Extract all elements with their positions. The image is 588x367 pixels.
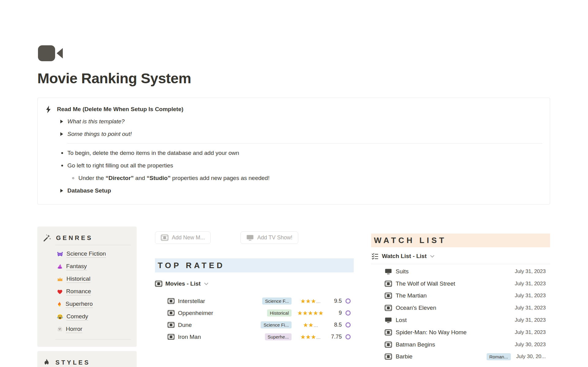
fire-icon <box>57 301 62 307</box>
show-title[interactable]: Lost <box>396 317 515 324</box>
watch-row-suits[interactable]: Suits July 31, 2023 <box>371 265 550 278</box>
genre-tag: Roman... <box>487 353 511 360</box>
toggle-arrow-icon[interactable] <box>60 132 67 136</box>
notion-page: Movie Ranking System Read Me (Delete Me … <box>0 0 588 367</box>
rating-value: 8.5 <box>326 322 342 328</box>
movie-title[interactable]: Barbie <box>396 353 487 360</box>
divider <box>55 339 131 339</box>
watched-checkbox[interactable] <box>345 334 351 339</box>
styles-title: STYLES <box>55 359 90 366</box>
genre-link-historical[interactable]: Historical <box>43 273 131 285</box>
film-frames-icon <box>385 354 392 360</box>
movie-title[interactable]: Dune <box>178 322 261 328</box>
top-rated-title: TOP RATED <box>158 261 225 270</box>
watch-row-wolf-of-wall-street[interactable]: The Wolf of Wall Street July 31, 2023 <box>371 278 550 290</box>
film-frames-icon <box>168 322 175 328</box>
tv-monitor-icon <box>385 268 392 275</box>
watched-checkbox[interactable] <box>345 310 351 316</box>
toggle-database-setup[interactable]: Database Setup <box>60 184 542 197</box>
watched-checkbox[interactable] <box>345 298 351 304</box>
magic-wand-icon <box>43 234 51 242</box>
date-value: July 31, 2023 <box>515 305 546 311</box>
circle-bullet-icon <box>71 177 78 179</box>
star-rating: ★★★... <box>296 298 325 305</box>
film-frames-icon <box>385 293 392 299</box>
rating-value: 7.75 <box>326 334 342 340</box>
add-new-movie-button[interactable]: Add New M... <box>155 231 211 244</box>
date-value: July 31, 2023 <box>515 317 546 323</box>
table-row-interstellar[interactable]: Interstellar Science F... ★★★... 9.5 <box>155 295 354 307</box>
table-row-oppenheimer[interactable]: Oppenheimer Historical ★★★★★ 9 <box>155 307 354 319</box>
bullet-item: Go left to right filling out all the pro… <box>60 159 542 172</box>
genre-link-superhero[interactable]: Superhero <box>43 298 131 310</box>
bullet-item: To begin, delete the demo items in the d… <box>60 147 542 159</box>
flame-icon <box>43 358 51 367</box>
crown-icon <box>57 276 63 282</box>
table-row-iron-man[interactable]: Iron Man Superhe... ★★★... 7.75 <box>155 331 354 343</box>
top-rated-heading-band: TOP RATED <box>155 258 354 272</box>
watch-row-oceans-eleven[interactable]: Ocean's Eleven July 31, 2023 <box>371 302 550 314</box>
date-value: July 31, 2023 <box>515 268 546 275</box>
checklist-icon <box>371 253 379 260</box>
movie-title[interactable]: The Martian <box>396 292 515 299</box>
film-frames-icon <box>168 298 175 304</box>
callout-title: Read Me (Delete Me When Setup Is Complet… <box>57 106 183 113</box>
star-rating: ★★... <box>296 322 325 328</box>
date-value: July 31, 2023 <box>515 293 546 299</box>
rating-value: 9.5 <box>326 298 342 304</box>
genre-tag: Science F... <box>262 298 292 305</box>
sub-bullet-item: Under the “Director” and “Studio” proper… <box>71 172 542 184</box>
toggle-what-is-template[interactable]: What is this template? <box>60 115 542 128</box>
film-frames-icon <box>385 305 392 311</box>
genres-box: GENRES Science Fiction <box>37 227 137 347</box>
movie-title[interactable]: Spider-Man: No Way Home <box>396 329 515 336</box>
divider <box>371 264 550 264</box>
movie-title[interactable]: Interstellar <box>178 298 262 305</box>
chevron-down-icon <box>430 255 434 258</box>
watch-row-barbie[interactable]: Barbie Roman... July 30, 20... <box>371 351 550 363</box>
watch-row-lost[interactable]: Lost July 31, 2023 <box>371 314 550 326</box>
divider <box>67 143 542 144</box>
genre-tag: Science Fi... <box>261 321 292 328</box>
genre-link-science-fiction[interactable]: Science Fiction <box>43 248 131 260</box>
star-rating: ★★★★★ <box>296 310 325 316</box>
watch-row-the-martian[interactable]: The Martian July 31, 2023 <box>371 290 550 302</box>
movie-title[interactable]: Ocean's Eleven <box>396 305 515 311</box>
genre-link-fantasy[interactable]: Fantasy <box>43 260 131 273</box>
laughing-face-icon <box>57 314 63 320</box>
red-heart-icon <box>57 289 63 294</box>
alien-monster-icon <box>57 251 63 257</box>
movie-title[interactable]: Iron Man <box>178 334 265 340</box>
watch-row-batman-begins[interactable]: Batman Begins July 30, 2023 <box>371 339 550 351</box>
genre-link-horror[interactable]: Horror <box>43 323 131 335</box>
genre-link-romance[interactable]: Romance <box>43 285 131 298</box>
watch-row-spider-man[interactable]: Spider-Man: No Way Home July 31, 2023 <box>371 326 550 339</box>
date-value: July 31, 2023 <box>515 329 546 335</box>
film-frames-icon <box>161 234 168 241</box>
table-row-dune[interactable]: Dune Science Fi... ★★... 8.5 <box>155 319 354 331</box>
movie-title[interactable]: Batman Begins <box>396 341 515 348</box>
movies-list-view-selector[interactable]: Movies - List <box>155 278 354 290</box>
movie-title[interactable]: The Wolf of Wall Street <box>396 280 515 287</box>
star-rating: ★★★... <box>296 334 325 340</box>
watched-checkbox[interactable] <box>345 322 351 328</box>
watch-list-view-selector[interactable]: Watch List - List <box>371 250 550 262</box>
watch-list-heading-band: WATCH LIST <box>371 234 550 247</box>
show-title[interactable]: Suits <box>396 268 515 275</box>
tv-monitor-icon <box>246 234 254 241</box>
date-value: July 30, 2023 <box>515 342 546 348</box>
film-frames-icon <box>168 310 175 316</box>
genre-link-comedy[interactable]: Comedy <box>43 310 131 323</box>
rating-value: 9 <box>326 310 342 316</box>
page-title: Movie Ranking System <box>37 70 550 87</box>
movie-title[interactable]: Oppenheimer <box>178 310 267 316</box>
toggle-arrow-icon[interactable] <box>60 189 67 193</box>
film-frames-icon <box>385 329 392 335</box>
toggle-arrow-icon[interactable] <box>60 120 67 123</box>
date-value: July 31, 2023 <box>515 281 546 287</box>
add-tv-show-button[interactable]: Add TV Show! <box>240 231 298 244</box>
video-camera-icon[interactable] <box>37 45 64 62</box>
toggle-things-to-point-out[interactable]: Some things to point out! <box>60 128 542 140</box>
readme-callout: Read Me (Delete Me When Setup Is Complet… <box>37 98 550 204</box>
tv-monitor-icon <box>385 317 392 323</box>
